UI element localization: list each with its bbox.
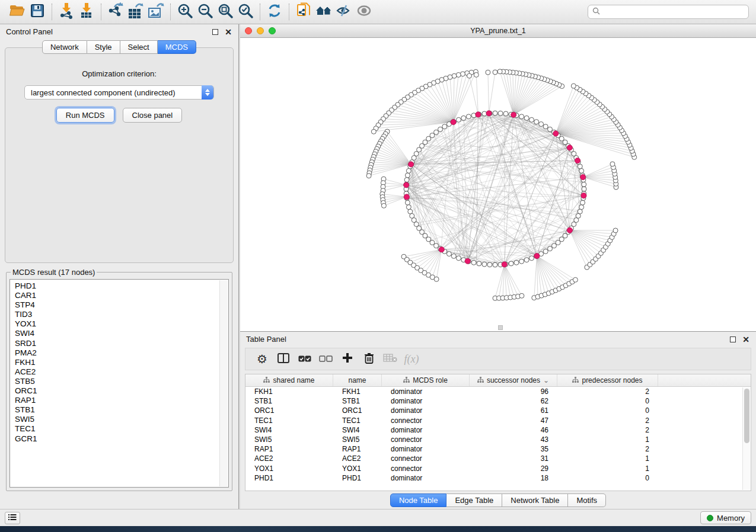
zoom-fit-button[interactable] (215, 2, 235, 21)
cell: SWI4 (333, 425, 382, 435)
table-row[interactable]: ORC1ORC1dominator610 (245, 406, 742, 415)
column-header-MCDS-role[interactable]: MCDS role (382, 374, 470, 386)
open-file-button[interactable] (7, 2, 27, 21)
export-network-button[interactable] (106, 2, 126, 21)
close-panel-button[interactable]: ✕ (224, 28, 232, 36)
clone-network-icon (296, 2, 311, 21)
optimization-criterion-select[interactable]: largest connected component (undirected) (24, 85, 214, 100)
column-header-name[interactable]: name (333, 374, 382, 386)
table-row[interactable]: PHD1PHD1dominator180 (245, 473, 742, 483)
import-network-button[interactable] (56, 2, 76, 21)
mcds-result-item[interactable]: GCR1 (15, 434, 228, 444)
tab-motifs[interactable]: Motifs (568, 493, 606, 507)
delete-column-button[interactable] (358, 350, 379, 368)
tab-select[interactable]: Select (120, 40, 158, 54)
first-neighbors-button[interactable] (314, 2, 334, 21)
network-graph[interactable] (240, 38, 754, 331)
table-settings-button[interactable]: ⚙ (251, 350, 273, 368)
mcds-result-item[interactable]: FKH1 (15, 358, 228, 367)
close-table-panel-button[interactable]: ✕ (742, 335, 750, 344)
mcds-result-item[interactable]: SWI4 (15, 329, 228, 338)
table-row[interactable]: TEC1TEC1connector472 (245, 416, 742, 425)
cell: YOX1 (333, 464, 382, 473)
search-input[interactable] (603, 7, 744, 17)
control-panel: Control Panel ✕ NetworkStyleSelectMCDS O… (0, 24, 240, 509)
global-search-box[interactable] (588, 5, 749, 19)
cell: PHD1 (245, 473, 333, 483)
add-column-button[interactable] (337, 350, 358, 368)
apply-function-button: f(x) (401, 350, 422, 368)
tab-edge-table[interactable]: Edge Table (446, 493, 502, 507)
cell: FKH1 (333, 387, 382, 396)
deselect-all-rows-button[interactable] (315, 350, 337, 368)
mcds-result-item[interactable]: SRD1 (15, 339, 228, 348)
tab-node-table[interactable]: Node Table (390, 493, 447, 507)
split-panel-button[interactable] (273, 350, 294, 368)
cell: ACE2 (333, 454, 382, 463)
mcds-result-item[interactable]: CAR1 (15, 291, 228, 300)
table-scrollbar[interactable] (742, 387, 750, 490)
table-row[interactable]: STB1STB1dominator620 (245, 396, 742, 406)
column-header-shared-name[interactable]: shared name (245, 374, 333, 386)
export-table-button[interactable] (126, 2, 146, 21)
mcds-result-item[interactable]: ACE2 (15, 367, 228, 377)
export-image-button[interactable] (146, 2, 166, 21)
zoom-in-button[interactable] (175, 2, 195, 21)
clone-network-button[interactable] (294, 2, 314, 21)
mcds-result-item[interactable]: TID3 (15, 310, 228, 319)
mcds-result-item[interactable]: PMA2 (15, 348, 228, 358)
column-header-predecessor-nodes[interactable]: predecessor nodes (557, 374, 658, 386)
float-panel-button[interactable] (211, 28, 219, 36)
cell: 2 (557, 444, 658, 454)
mcds-result-item[interactable]: ORC1 (15, 386, 228, 396)
table-row[interactable]: SWI5SWI5connector431 (245, 435, 742, 444)
mcds-result-item[interactable]: TEC1 (15, 424, 228, 434)
mcds-result-item[interactable]: RAP1 (15, 396, 228, 405)
table-row[interactable]: RAP1RAP1dominator352 (245, 444, 742, 454)
column-header-successor-nodes[interactable]: successor nodes⌄ (470, 374, 557, 386)
tab-mcds[interactable]: MCDS (158, 40, 196, 54)
memory-button[interactable]: Memory (700, 511, 751, 524)
mcds-result-item[interactable]: YOX1 (15, 319, 228, 329)
close-mcds-panel-button[interactable]: Close panel (123, 108, 183, 123)
criterion-selected-value: largest connected component (undirected) (31, 88, 176, 97)
table-row[interactable]: SWI4SWI4dominator462 (245, 425, 742, 435)
cell: 47 (470, 416, 557, 425)
hide-selected-button[interactable] (334, 2, 354, 21)
float-table-panel-button[interactable] (729, 335, 737, 344)
table-scrollbar-thumb[interactable] (744, 389, 749, 443)
import-table-button[interactable] (76, 2, 97, 21)
mcds-list-scrollbar[interactable] (219, 280, 228, 486)
table-row[interactable]: ACE2ACE2connector311 (245, 454, 742, 463)
refresh-icon (267, 3, 282, 21)
list-icon (8, 512, 17, 523)
table-row[interactable]: FKH1FKH1dominator962 (245, 387, 742, 396)
zoom-out-button[interactable] (195, 2, 215, 21)
mcds-result-item[interactable]: PHD1 (15, 281, 228, 291)
trash-icon (364, 352, 374, 366)
cell: SWI5 (245, 435, 333, 444)
cell: connector (382, 464, 470, 473)
cell: 62 (470, 396, 557, 406)
mcds-result-item[interactable]: STP4 (15, 300, 228, 310)
tab-network-table[interactable]: Network Table (502, 493, 568, 507)
network-canvas[interactable] (240, 38, 756, 331)
canvas-resize-grip[interactable] (498, 325, 503, 330)
cell: dominator (382, 387, 470, 396)
refresh-view-button[interactable] (264, 2, 285, 21)
node-table-header: shared namenameMCDS rolesuccessor nodes⌄… (245, 374, 751, 387)
zoom-selected-button[interactable] (235, 2, 256, 21)
tab-style[interactable]: Style (87, 40, 120, 54)
cell: RAP1 (333, 444, 382, 454)
zoom-out-icon (197, 3, 213, 21)
tab-network[interactable]: Network (42, 40, 87, 54)
task-history-button[interactable] (5, 512, 20, 524)
mcds-result-item[interactable]: SWI5 (15, 415, 228, 424)
select-all-rows-button[interactable] (294, 350, 315, 368)
cell: dominator (382, 425, 470, 435)
mcds-result-item[interactable]: STB1 (15, 405, 228, 415)
run-mcds-button[interactable]: Run MCDS (56, 108, 114, 123)
table-row[interactable]: YOX1YOX1connector291 (245, 464, 742, 473)
save-session-button[interactable] (27, 2, 47, 21)
mcds-result-item[interactable]: STB5 (15, 377, 228, 386)
